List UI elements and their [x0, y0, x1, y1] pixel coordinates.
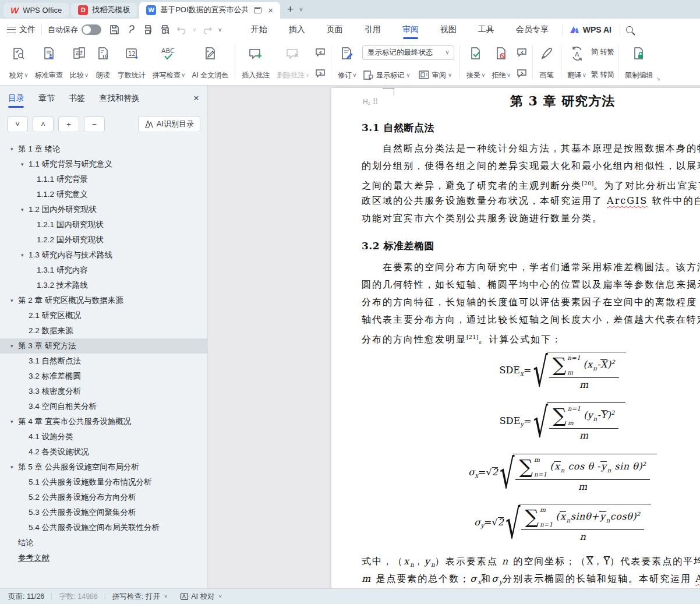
toc-item[interactable]: ▾1.2 国内外研究现状 — [0, 202, 207, 217]
insert-comment-button[interactable]: 插入批注 — [238, 43, 273, 84]
close-tab-icon[interactable]: × — [268, 5, 273, 15]
toc-item[interactable]: ▾5.3 公共服务设施空间聚集分析 — [0, 505, 207, 520]
toc-item[interactable]: ▾2.2 数据来源 — [0, 323, 207, 338]
review-pane-button[interactable]: 审阅˅ — [418, 70, 452, 80]
toc-item[interactable]: ▾5.2 公共服务设施分布方向分析 — [0, 490, 207, 505]
sidebar-tab-contents[interactable]: 目录 — [8, 86, 24, 111]
quickbar-chevron-icon[interactable]: ˅ — [218, 27, 222, 33]
proofread-button[interactable]: 校对˅ — [6, 43, 31, 84]
wps-ai-button[interactable]: WPS AI — [569, 25, 611, 34]
toc-item[interactable]: ▾2.1 研究区概况 — [0, 308, 207, 323]
next-change-icon[interactable] — [515, 68, 528, 79]
search-icon[interactable] — [626, 26, 633, 33]
toc-collapse-button[interactable]: − — [84, 116, 105, 132]
standard-review-button[interactable]: 标准审查 — [31, 43, 66, 84]
toc-item[interactable]: 1.2.2 国外研究现状 — [0, 232, 207, 248]
toc-item[interactable]: ▾结论 — [0, 535, 207, 550]
expand-arrow-icon[interactable]: ▾ — [10, 464, 18, 470]
menu-item-view[interactable]: 视图 — [439, 19, 458, 40]
toc-item[interactable]: ▾3.3 核密度分析 — [0, 384, 207, 399]
trad-to-simp-button[interactable]: 繁转简 — [591, 69, 614, 80]
toc-item[interactable]: ▾1.1 研究背景与研究意义 — [0, 157, 207, 172]
toc-item[interactable]: ▾3.1 自然断点法 — [0, 354, 207, 369]
toc-item[interactable]: ▾3.4 空间自相关分析 — [0, 399, 207, 414]
toc-next-button[interactable]: ˅ — [7, 116, 28, 132]
menu-item-review[interactable]: 审阅 — [401, 19, 420, 40]
menu-item-insert[interactable]: 插入 — [288, 19, 306, 40]
toc-item[interactable]: ▾3.2 标准差椭圆 — [0, 369, 207, 384]
word-count-button[interactable]: 12 字数统计 — [114, 43, 149, 84]
spell-check-button[interactable]: ABC 拼写检查˅ — [149, 43, 189, 84]
marks-state-dropdown[interactable]: 显示标记的最终状态 ˅ — [362, 45, 454, 60]
ai-proofread-status[interactable]: AI 校对˅ — [180, 592, 222, 602]
previous-comment-icon[interactable] — [314, 47, 327, 58]
float-window-icon[interactable] — [254, 7, 261, 13]
toc-item[interactable]: ▾第 5 章 公共服务设施空间布局分析 — [0, 460, 207, 475]
toc-prev-button[interactable]: ˄ — [33, 116, 54, 132]
expand-arrow-icon[interactable]: ▾ — [21, 207, 29, 213]
word-count-indicator[interactable]: 字数: 14986 — [59, 592, 98, 602]
toc-item[interactable]: 1.3.1 研究内容 — [0, 263, 207, 278]
group-expand-icon[interactable]: ↘ — [656, 76, 660, 82]
new-tab-button[interactable]: + — [287, 3, 294, 16]
sidebar-tab-bookmarks[interactable]: 书签 — [69, 86, 85, 111]
hamburger-icon[interactable] — [7, 27, 16, 33]
show-marks-button[interactable]: 显示标记˅ — [362, 70, 410, 80]
toc-item[interactable]: 1.2.1 国内研究现状 — [0, 217, 207, 232]
sidebar-tab-find-replace[interactable]: 查找和替换 — [99, 86, 140, 111]
toc-item[interactable]: ▾4.2 各类设施状况 — [0, 444, 207, 460]
document-page[interactable]: H₁ ⠿ 第 3 章 研究方法 3.1 自然断点法 自然断点分类法是一种统计分组… — [331, 88, 700, 588]
autosave-toggle[interactable] — [82, 24, 101, 35]
toc-expand-button[interactable]: + — [58, 116, 79, 132]
track-changes-button[interactable]: 修订˅ — [334, 43, 360, 84]
expand-arrow-icon[interactable]: ▾ — [10, 343, 18, 349]
toc-item[interactable]: ▾1.3 研究内容与技术路线 — [0, 248, 207, 263]
menu-item-home[interactable]: 开始 — [250, 19, 268, 40]
expand-arrow-icon[interactable]: ▾ — [10, 146, 18, 152]
menu-item-member[interactable]: 会员专享 — [515, 19, 550, 40]
compare-button[interactable]: 比较˅ — [66, 43, 92, 84]
reject-changes-button[interactable]: 拒绝˅ — [489, 43, 514, 84]
print-preview-icon[interactable] — [159, 24, 171, 36]
toc-item[interactable]: ▾第 1 章 绪论 — [0, 142, 207, 157]
page-indicator[interactable]: 页面: 11/26 — [8, 592, 44, 602]
print-icon[interactable] — [142, 24, 154, 36]
translate-button[interactable]: A 翻译˅ — [564, 43, 590, 84]
expand-arrow-icon[interactable]: ▾ — [10, 419, 18, 425]
menu-item-tools[interactable]: 工具 — [477, 19, 496, 40]
toc-item[interactable]: ▾参考文献 — [0, 550, 207, 566]
menu-item-page[interactable]: 页面 — [326, 19, 344, 40]
delete-comment-button[interactable]: 删除批注˅ — [273, 43, 313, 84]
undo-icon[interactable] — [176, 24, 188, 36]
ink-pen-button[interactable]: 画笔 — [536, 43, 558, 84]
undo-chevron-icon[interactable]: ˅ — [193, 27, 196, 33]
spellcheck-status[interactable]: 拼写检查: 打开˅ — [112, 592, 167, 602]
expand-arrow-icon[interactable]: ▾ — [21, 252, 29, 258]
toc-item[interactable]: 1.1.2 研究意义 — [0, 187, 207, 202]
toc-item[interactable]: ▾5.1 公共服务设施数量分布情况分析 — [0, 475, 207, 490]
ai-detect-toc-button[interactable]: AI识别目录 — [138, 116, 200, 132]
expand-arrow-icon[interactable]: ▾ — [10, 298, 18, 303]
expand-arrow-icon[interactable]: ▾ — [21, 161, 29, 167]
toc-item[interactable]: ▾5.4 公共服务设施空间布局关联性分析 — [0, 520, 207, 535]
toc-item[interactable]: ▾第 3 章 研究方法 — [0, 338, 207, 354]
toc-item[interactable]: ▾第 4 章 宜宾市公共服务设施概况 — [0, 414, 207, 429]
previous-change-icon[interactable] — [515, 47, 528, 58]
toc-item[interactable]: 1.3.2 技术路线 — [0, 278, 207, 293]
save-icon[interactable] — [108, 24, 120, 36]
toc-item[interactable]: 1.1.1 研究背景 — [0, 172, 207, 187]
next-comment-icon[interactable] — [314, 68, 327, 79]
format-painter-icon[interactable] — [125, 24, 137, 36]
file-menu[interactable]: 文件 — [19, 24, 36, 35]
sidebar-tab-chapters[interactable]: 章节 — [38, 86, 55, 111]
accept-changes-button[interactable]: 接受˅ — [463, 43, 489, 84]
tab-list-chevron-icon[interactable]: ˅ — [299, 6, 303, 13]
ai-polish-button[interactable]: AI 全文润色 — [189, 43, 232, 84]
simp-to-trad-button[interactable]: 简转繁 — [591, 47, 614, 57]
tab-wps-office[interactable]: W WPS Office — [3, 3, 69, 17]
restrict-editing-button[interactable]: 限制编辑 — [621, 43, 656, 84]
menu-item-reference[interactable]: 引用 — [363, 19, 382, 40]
read-aloud-button[interactable]: 朗读 — [92, 43, 114, 84]
close-sidebar-icon[interactable]: × — [193, 93, 199, 104]
toc-item[interactable]: ▾第 2 章 研究区概况与数据来源 — [0, 293, 207, 308]
